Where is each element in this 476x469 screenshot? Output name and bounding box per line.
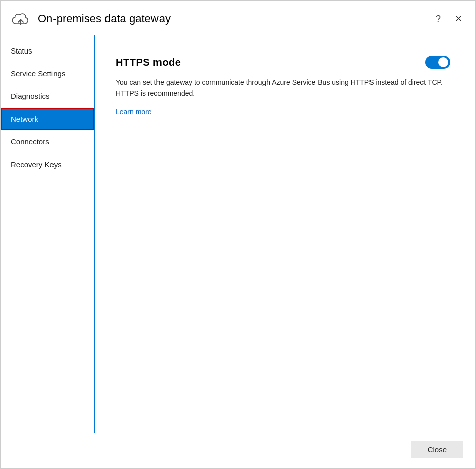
title-bar-right: ? ✕ [431, 12, 465, 26]
help-button[interactable]: ? [431, 12, 445, 26]
sidebar-item-network[interactable]: Network [1, 108, 94, 130]
sidebar-item-diagnostics[interactable]: Diagnostics [1, 85, 94, 108]
window-title: On-premises data gateway [38, 12, 171, 25]
app-icon [11, 9, 31, 29]
sidebar-item-service-settings[interactable]: Service Settings [1, 62, 94, 85]
section-description: You can set the gateway to communicate t… [116, 77, 450, 99]
app-window: On-premises data gateway ? ✕ Status Serv… [0, 0, 476, 469]
https-mode-toggle[interactable] [425, 56, 450, 69]
sidebar-item-status[interactable]: Status [1, 39, 94, 62]
footer: Close [1, 433, 475, 468]
sidebar-item-connectors[interactable]: Connectors [1, 130, 94, 153]
sidebar: Status Service Settings Diagnostics Netw… [1, 35, 95, 433]
title-bar: On-premises data gateway ? ✕ [1, 1, 475, 35]
main-layout: Status Service Settings Diagnostics Netw… [1, 35, 475, 433]
content-area: HTTPS mode You can set the gateway to co… [95, 35, 475, 433]
sidebar-item-recovery-keys[interactable]: Recovery Keys [1, 153, 94, 176]
section-header: HTTPS mode [116, 56, 450, 69]
section-title: HTTPS mode [116, 57, 181, 68]
close-button[interactable]: Close [411, 441, 463, 458]
toggle-knob [438, 57, 448, 67]
title-bar-left: On-premises data gateway [11, 9, 171, 29]
learn-more-link[interactable]: Learn more [116, 108, 450, 116]
close-window-button[interactable]: ✕ [451, 12, 465, 26]
